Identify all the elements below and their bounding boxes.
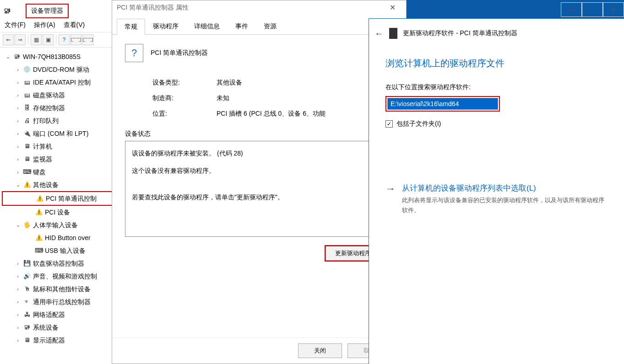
update-driver-wizard: — □ ✕ ← 更新驱动程序软件 - PCI 简单通讯控制器 浏览计算机上的驱动… — [369, 18, 624, 364]
tab-general[interactable]: 常规 — [117, 19, 145, 35]
tree-node[interactable]: ›🖥监视器 — [2, 153, 119, 166]
toolbar-btn[interactable]: ▣ — [43, 34, 54, 45]
close-button[interactable]: 关闭 — [298, 343, 342, 358]
tree-node[interactable]: ›💾软盘驱动器控制器 — [2, 257, 119, 270]
device-icon: 🖥 — [23, 142, 31, 150]
tree-node[interactable]: ›🔊声音、视频和游戏控制 — [2, 270, 119, 283]
device-properties-dialog: PCI 简单通讯控制器 属性 ✕ 常规 驱动程序 详细信息 事件 资源 ? PC… — [112, 0, 407, 364]
menu-file[interactable]: 文件(F) — [5, 21, 26, 29]
device-icon: 🖱 — [23, 285, 31, 293]
device-icon: 🖥 — [23, 155, 31, 163]
toolbar-btn[interactable]: ⫍⫎ — [82, 34, 93, 45]
device-icon: 🖴 — [23, 91, 31, 99]
close-icon[interactable]: ✕ — [383, 3, 402, 12]
device-icon: 💾 — [23, 259, 31, 268]
tree-node[interactable]: ›🖧网络适配器 — [2, 308, 119, 321]
wizard-heading: 浏览计算机上的驱动程序文件 — [385, 57, 608, 70]
value-location: PCI 插槽 6 (PCI 总线 0、设备 6、功能 — [217, 110, 326, 118]
tree-node[interactable]: ›🗄存储控制器 — [2, 102, 119, 114]
toolbar-btn[interactable]: ▦ — [31, 34, 42, 45]
back-icon[interactable]: ← — [374, 28, 384, 39]
option-title: 从计算机的设备驱动程序列表中选取(L) — [402, 183, 608, 193]
tree-node[interactable]: ›🔌端口 (COM 和 LPT) — [2, 127, 119, 140]
menubar: 文件(F) 操作(A) 查看(V) — [0, 18, 119, 32]
device-icon: 🔌 — [23, 129, 31, 138]
wizard-title: 更新驱动程序软件 - PCI 简单通讯控制器 — [403, 29, 517, 37]
pick-from-list-option[interactable]: → 从计算机的设备驱动程序列表中选取(L) 此列表将显示与该设备兼容的已安装的驱… — [385, 183, 608, 215]
toolbar-btn[interactable]: ⫍⫎ — [71, 34, 81, 45]
device-icon: 🖳 — [23, 323, 31, 332]
help-icon[interactable]: ? — [59, 34, 70, 45]
device-icon: 🖴 — [23, 78, 31, 86]
device-icon: ⚠️ — [36, 194, 44, 203]
toolbar: ⇐ ⇒ ▦ ▣ ? ⫍⫎ ⫍⫎ — [0, 32, 119, 48]
menu-view[interactable]: 查看(V) — [64, 21, 85, 29]
device-icon: 🗄 — [23, 104, 31, 112]
device-icon: 🖧 — [23, 310, 31, 319]
tab-events[interactable]: 事件 — [228, 18, 256, 34]
label-device-status: 设备状态 — [125, 130, 393, 138]
label-manufacturer: 制造商: — [152, 94, 217, 102]
app-icon: 🖳 — [4, 7, 11, 15]
tree-root[interactable]: ⌄🖳 WIN-7QH813B085S — [2, 50, 119, 63]
device-name: PCI 简单通讯控制器 — [151, 49, 208, 57]
device-manager-window: 🖳 设备管理器 文件(F) 操作(A) 查看(V) ⇐ ⇒ ▦ ▣ ? ⫍⫎ ⫍… — [0, 0, 119, 364]
dialog-title: PCI 简单通讯控制器 属性 — [117, 4, 189, 12]
window-title: 设备管理器 — [26, 4, 69, 18]
label-include-subfolders: 包括子文件夹(I) — [396, 120, 441, 128]
tab-details[interactable]: 详细信息 — [186, 18, 228, 34]
device-icon — [389, 28, 397, 39]
tree-node[interactable]: ›🖥显示适配器 — [2, 334, 119, 347]
minimize-icon[interactable]: — — [561, 2, 582, 17]
tree-node[interactable]: ›💿DVD/CD-ROM 驱动 — [2, 63, 119, 76]
arrow-right-icon: → — [385, 183, 396, 215]
close-icon[interactable]: ✕ — [603, 2, 624, 17]
value-manufacturer: 未知 — [217, 94, 229, 102]
tab-driver[interactable]: 驱动程序 — [145, 18, 186, 34]
device-icon: ⌨ — [35, 246, 43, 255]
include-subfolders-checkbox[interactable]: ✓ — [385, 120, 393, 128]
tree-root-label: WIN-7QH813B085S — [23, 51, 81, 62]
tree-node[interactable]: ›🖳系统设备 — [2, 321, 119, 334]
device-icon: ⌨ — [23, 168, 31, 176]
tree-node[interactable]: ›⌨键盘 — [2, 166, 119, 178]
label-search-location: 在以下位置搜索驱动程序软件: — [385, 83, 608, 91]
label-device-type: 设备类型: — [152, 79, 217, 87]
tree-node[interactable]: ⚠️PCI 简单通讯控制 — [2, 191, 119, 206]
device-icon: ᯤ — [23, 298, 31, 306]
tree-node[interactable]: ›🖨打印队列 — [2, 114, 119, 127]
back-icon[interactable]: ⇐ — [3, 34, 14, 45]
device-icon: ⚠️ — [35, 208, 43, 216]
value-device-type: 其他设备 — [217, 79, 242, 87]
forward-icon[interactable]: ⇒ — [15, 34, 26, 45]
warning-icon: ⚠️ — [23, 181, 31, 189]
tree-node[interactable]: ⌨USB 输入设备 — [2, 244, 119, 257]
device-icon: 🖥 — [23, 336, 31, 344]
tree-node[interactable]: ›🖴磁盘驱动器 — [2, 89, 119, 102]
device-status-text: 该设备的驱动程序未被安装。 (代码 28) 这个设备没有兼容驱动程序。 若要查找… — [125, 141, 393, 237]
tree-node-hid[interactable]: ⌄🖐 人体学输入设备 — [2, 219, 119, 231]
tree-node[interactable]: ⚠️HID Button over — [2, 231, 119, 244]
device-icon: ⚠️ — [35, 234, 43, 242]
tree-node[interactable]: ›🖴IDE ATA/ATAPI 控制 — [2, 76, 119, 89]
device-icon: ? — [125, 44, 143, 62]
maximize-icon[interactable]: □ — [582, 2, 603, 17]
device-tree: ⌄🖳 WIN-7QH813B085S ›💿DVD/CD-ROM 驱动›🖴IDE … — [0, 48, 119, 349]
driver-path-input[interactable]: E:\vioserial\2k16\amd64 — [387, 98, 498, 110]
tree-node[interactable]: ›🖥计算机 — [2, 140, 119, 153]
tree-node[interactable]: ›ᯤ通用串行总线控制器 — [2, 295, 119, 308]
tree-node[interactable]: ›🖱鼠标和其他指针设备 — [2, 283, 119, 295]
device-icon: 🔊 — [23, 272, 31, 280]
tree-node[interactable]: ⚠️PCI 设备 — [2, 206, 119, 219]
device-icon: 💿 — [23, 65, 31, 74]
option-desc: 此列表将显示与该设备兼容的已安装的驱动程序软件，以及与该所有驱动程序软件。 — [402, 195, 608, 215]
tab-resources[interactable]: 资源 — [256, 18, 284, 34]
label-location: 位置: — [152, 110, 217, 118]
menu-action[interactable]: 操作(A) — [34, 21, 55, 29]
device-icon: 🖨 — [23, 117, 31, 125]
tab-bar: 常规 驱动程序 详细信息 事件 资源 — [112, 18, 406, 35]
tree-node-other-devices[interactable]: ⌄⚠️ 其他设备 — [2, 178, 119, 191]
